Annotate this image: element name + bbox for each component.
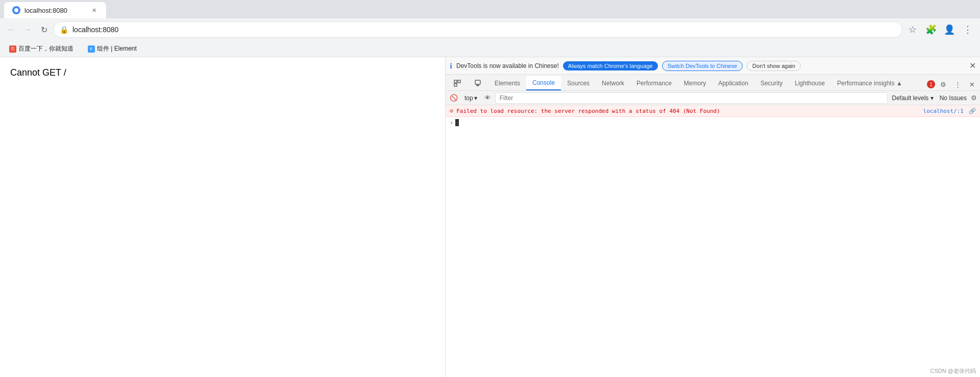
svg-rect-4: [475, 80, 480, 84]
extensions-button[interactable]: 🧩: [923, 21, 939, 38]
page-error-text: Cannot GET /: [10, 67, 66, 78]
menu-button[interactable]: ⋮: [960, 21, 976, 38]
console-tab-label: Console: [532, 79, 555, 86]
memory-tab-label: Memory: [684, 80, 706, 87]
account-button[interactable]: 👤: [941, 21, 958, 38]
bookmark-element[interactable]: E 组件 | Element: [85, 43, 140, 54]
devtools-content: ⊘ Failed to load resource: the server re…: [446, 105, 980, 377]
tab-bar: localhost:8080 ✕: [0, 0, 980, 18]
tab-close-button[interactable]: ✕: [90, 6, 98, 14]
info-icon: ℹ: [450, 62, 452, 70]
bookmarks-bar: 百 百度一下，你就知道 E 组件 | Element: [0, 41, 980, 57]
devtools-settings-button[interactable]: ⚙: [937, 78, 949, 90]
network-tab-label: Network: [602, 80, 624, 87]
address-bar[interactable]: 🔒 localhost:8080: [53, 21, 902, 38]
application-tab-label: Application: [718, 80, 748, 87]
issues-settings-button[interactable]: ⚙: [971, 94, 977, 102]
devtools-tabs: Elements Console Sources Network Perform…: [446, 75, 980, 91]
devtools-tab-lighthouse[interactable]: Lighthouse: [789, 76, 831, 90]
devtools-tab-elements[interactable]: Elements: [488, 76, 526, 90]
dont-show-again-button[interactable]: Don't show again: [747, 61, 801, 71]
devtools-panel: ℹ DevTools is now available in Chinese! …: [445, 57, 980, 377]
reload-button[interactable]: ↻: [37, 22, 51, 37]
svg-point-0: [14, 8, 18, 12]
elements-tab-label: Elements: [495, 80, 520, 87]
devtools-notification: ℹ DevTools is now available in Chinese! …: [446, 57, 980, 75]
devtools-tab-memory[interactable]: Memory: [678, 76, 712, 90]
forward-button[interactable]: →: [20, 22, 35, 37]
performance-insights-tab-label: Performance insights ▲: [837, 80, 902, 87]
console-prompt-line[interactable]: ›: [446, 117, 980, 128]
context-selector-label: top: [464, 95, 473, 102]
no-issues-label: No Issues: [940, 95, 967, 102]
nav-right-buttons: ☆ 🧩 👤 ⋮: [904, 21, 976, 38]
filter-input[interactable]: [498, 93, 886, 103]
devtools-tab-performance[interactable]: Performance: [630, 76, 678, 90]
csdn-watermark: CSDN @老张代码: [930, 367, 976, 375]
error-badge: 1: [927, 80, 935, 88]
filter-box[interactable]: [495, 92, 888, 104]
devtools-tab-performance-insights[interactable]: Performance insights ▲: [831, 76, 909, 90]
bookmark-element-label: 组件 | Element: [97, 44, 137, 53]
baidu-favicon: 百: [9, 45, 16, 53]
svg-rect-3: [454, 84, 457, 86]
tab-inspect-element[interactable]: [448, 76, 468, 90]
tab-title: localhost:8080: [24, 7, 86, 14]
eye-icon[interactable]: 👁: [483, 93, 493, 103]
lock-icon: 🔒: [60, 26, 68, 34]
browser-tab[interactable]: localhost:8080 ✕: [4, 2, 106, 18]
sources-tab-label: Sources: [567, 80, 590, 87]
error-message: Failed to load resource: the server resp…: [456, 108, 920, 114]
back-button[interactable]: ←: [4, 22, 18, 37]
tab-favicon: [12, 6, 20, 14]
error-icon: ⊘: [450, 107, 453, 114]
url-text: localhost:8080: [72, 26, 896, 34]
content-area: Cannot GET / 620px × 919px ℹ DevTools is…: [0, 57, 980, 377]
error-source-link[interactable]: localhost/:1: [923, 108, 964, 114]
devtools-more-button[interactable]: ⋮: [951, 78, 964, 90]
lighthouse-tab-label: Lighthouse: [795, 80, 825, 87]
levels-dropdown[interactable]: Default levels ▾: [890, 94, 935, 102]
clear-console-button[interactable]: 🚫: [449, 93, 459, 103]
devtools-tab-application[interactable]: Application: [712, 76, 754, 90]
bookmark-baidu[interactable]: 百 百度一下，你就知道: [6, 43, 77, 54]
context-selector[interactable]: top ▾: [461, 93, 481, 103]
performance-tab-label: Performance: [636, 80, 672, 87]
navigation-bar: ← → ↻ 🔒 localhost:8080 ☆ 🧩 👤 ⋮: [0, 18, 980, 41]
context-selector-chevron: ▾: [474, 95, 477, 102]
devtools-tab-console[interactable]: Console: [526, 76, 561, 90]
devtools-tab-sources[interactable]: Sources: [561, 76, 596, 90]
error-line-1: ⊘ Failed to load resource: the server re…: [446, 105, 980, 117]
toolbar-right: Default levels ▾ No Issues ⚙: [890, 94, 977, 102]
switch-devtools-language-button[interactable]: Switch DevTools to Chinese: [662, 61, 743, 71]
always-match-language-button[interactable]: Always match Chrome's language: [563, 61, 658, 70]
devtools-tab-security[interactable]: Security: [754, 76, 789, 90]
error-link-icon: 🔗: [969, 108, 976, 114]
prompt-arrow-icon: ›: [450, 119, 453, 126]
tab-device-mode[interactable]: [468, 76, 488, 90]
element-favicon: E: [88, 45, 95, 53]
svg-rect-5: [477, 85, 479, 86]
svg-rect-1: [454, 80, 457, 83]
security-tab-label: Security: [761, 80, 782, 87]
console-cursor: [455, 119, 459, 126]
bookmark-baidu-label: 百度一下，你就知道: [18, 44, 74, 53]
devtools-tab-network[interactable]: Network: [596, 76, 630, 90]
notification-close-button[interactable]: ✕: [969, 61, 976, 70]
star-button[interactable]: ☆: [904, 21, 921, 38]
devtools-toolbar: 🚫 top ▾ 👁 Default levels ▾ No Issues ⚙: [446, 91, 980, 105]
svg-rect-2: [458, 80, 460, 83]
notification-text: DevTools is now available in Chinese!: [456, 62, 559, 69]
devtools-close-button[interactable]: ✕: [966, 78, 978, 90]
devtools-tab-icons: 1 ⚙ ⋮ ✕: [927, 78, 980, 90]
